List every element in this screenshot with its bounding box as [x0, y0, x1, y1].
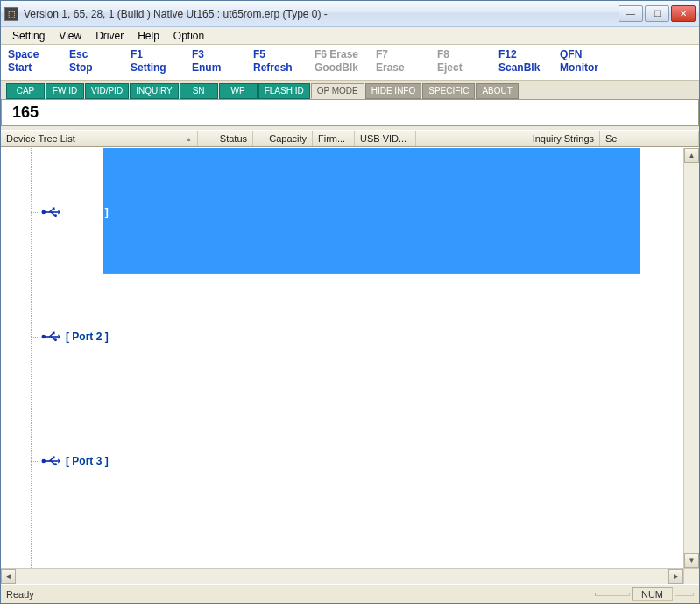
svg-marker-20 [58, 458, 60, 464]
port-3-label: [ Port 3 ] [66, 455, 109, 467]
port-3-row[interactable]: [ Port 3 ] [1, 455, 109, 467]
shortcut-start[interactable]: SpaceStart [8, 48, 69, 75]
tab-opmode[interactable]: OP MODE [311, 83, 364, 99]
big-number: 165 [12, 103, 39, 122]
menubar: Setting View Driver Help Option [1, 27, 699, 45]
shortcut-label: Stop [69, 61, 131, 75]
tab-flashid[interactable]: FLASH ID [258, 83, 310, 99]
shortcut-key: Esc [69, 48, 131, 61]
tab-bar: CAP FW ID VID/PID INQUIRY SN WP FLASH ID… [1, 81, 699, 100]
col-status[interactable]: Status [198, 131, 253, 146]
usb-icon [41, 455, 60, 467]
shortcut-label: Setting [131, 61, 192, 75]
statusbar: Ready NUM [1, 584, 699, 603]
tab-vidpid[interactable]: VID/PID [85, 83, 129, 99]
shortcut-key: F6 Erase [315, 48, 376, 61]
svg-rect-3 [53, 208, 55, 210]
vertical-scrollbar[interactable]: ▲ ▼ [683, 148, 699, 568]
scroll-up-button[interactable]: ▲ [684, 148, 699, 163]
shortcut-label: Enum [192, 61, 253, 75]
selection-highlight [103, 148, 640, 274]
shortcut-key: F1 [131, 48, 192, 61]
shortcut-bar: SpaceStartEscStopF1SettingF3EnumF5Refres… [1, 45, 699, 81]
close-button[interactable]: ✕ [671, 5, 696, 22]
device-tree: [ Port 1 ] [ Port 2 ] [ Port 3 ] [1, 148, 683, 568]
tab-specific[interactable]: SPECIFIC [422, 83, 475, 99]
app-icon: ⬚ [4, 7, 18, 21]
status-cell-3 [675, 593, 694, 596]
svg-rect-17 [53, 457, 55, 459]
shortcut-key: QFN [560, 48, 621, 61]
sort-asc-icon: ▲ [186, 136, 192, 142]
shortcut-goodblk: F6 EraseGoodBlk [315, 48, 376, 75]
svg-point-12 [54, 338, 57, 341]
tab-fwid[interactable]: FW ID [46, 83, 84, 99]
titlebar: ⬚ Version 1, 65, 28, 1 (Build ) Native U… [1, 1, 699, 27]
shortcut-key: F7 [376, 48, 437, 61]
menu-setting[interactable]: Setting [6, 28, 51, 44]
list-header: Device Tree List▲ Status Capacity Firm..… [1, 130, 699, 147]
col-usbvid[interactable]: USB VID... [355, 131, 416, 146]
col-capacity[interactable]: Capacity [253, 131, 313, 146]
horizontal-scrollbar[interactable]: ◄ ► [1, 568, 683, 584]
col-firm[interactable]: Firm... [313, 131, 355, 146]
svg-marker-6 [58, 210, 60, 215]
shortcut-key: F8 [437, 48, 498, 61]
scroll-down-button[interactable]: ▼ [684, 553, 699, 568]
port-1-label: [ Port 1 ] [66, 206, 109, 218]
content-area: [ Port 1 ] [ Port 2 ] [ Port 3 ] ▲ ▼ ◄ ► [1, 147, 699, 584]
shortcut-erase: F7Erase [376, 48, 437, 75]
shortcut-label: Erase [376, 61, 437, 75]
shortcut-label: GoodBlk [315, 61, 376, 75]
menu-view[interactable]: View [53, 28, 88, 44]
status-cell-1 [595, 593, 630, 596]
window-title: Version 1, 65, 28, 1 (Build ) Native Ut1… [24, 8, 619, 20]
shortcut-key: F12 [498, 48, 560, 61]
svg-point-5 [54, 214, 57, 217]
usb-icon [41, 330, 60, 343]
shortcut-refresh[interactable]: F5Refresh [253, 48, 315, 75]
big-number-row: 165 [1, 100, 699, 126]
tab-cap[interactable]: CAP [6, 83, 45, 99]
scroll-corner [683, 568, 699, 584]
shortcut-setting[interactable]: F1Setting [131, 48, 192, 75]
minimize-button[interactable]: — [619, 5, 643, 22]
shortcut-enum[interactable]: F3Enum [192, 48, 253, 75]
usb-icon [41, 206, 60, 218]
shortcut-monitor[interactable]: QFNMonitor [560, 48, 621, 75]
shortcut-key: Space [8, 48, 69, 61]
menu-driver[interactable]: Driver [89, 28, 130, 44]
tab-sn[interactable]: SN [180, 83, 218, 99]
port-2-row[interactable]: [ Port 2 ] [1, 330, 109, 343]
tab-wp[interactable]: WP [219, 83, 258, 99]
svg-point-19 [54, 463, 57, 465]
svg-rect-10 [53, 332, 55, 335]
status-ready: Ready [6, 589, 593, 600]
shortcut-label: Eject [437, 61, 498, 75]
shortcut-eject: F8Eject [437, 48, 498, 75]
menu-help[interactable]: Help [131, 28, 166, 44]
maximize-button[interactable]: ☐ [645, 5, 669, 22]
shortcut-label: ScanBlk [498, 61, 560, 75]
col-inquiry[interactable]: Inquiry Strings [416, 131, 600, 146]
shortcut-label: Refresh [253, 61, 315, 75]
tab-hideinfo[interactable]: HIDE INFO [365, 83, 422, 99]
status-num: NUM [632, 587, 673, 601]
menu-option[interactable]: Option [167, 28, 210, 44]
port-1-row[interactable]: [ Port 1 ] [1, 206, 109, 218]
shortcut-scanblk[interactable]: F12ScanBlk [498, 48, 560, 75]
col-device-tree[interactable]: Device Tree List▲ [1, 131, 198, 146]
col-se[interactable]: Se [600, 131, 699, 146]
scroll-left-button[interactable]: ◄ [1, 569, 16, 584]
scroll-right-button[interactable]: ► [668, 569, 683, 584]
svg-marker-13 [58, 334, 60, 339]
tab-about[interactable]: ABOUT [476, 83, 518, 99]
port-2-label: [ Port 2 ] [66, 330, 109, 343]
shortcut-key: F5 [253, 48, 315, 61]
shortcut-label: Start [8, 61, 69, 75]
shortcut-stop[interactable]: EscStop [69, 48, 131, 75]
shortcut-label: Monitor [560, 61, 621, 75]
tab-inquiry[interactable]: INQUIRY [130, 83, 179, 99]
shortcut-key: F3 [192, 48, 253, 61]
